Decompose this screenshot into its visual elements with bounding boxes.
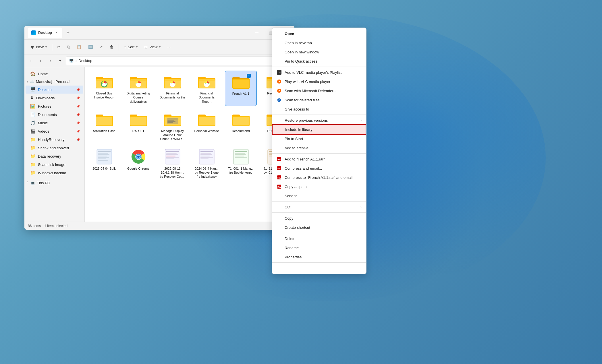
cm-properties[interactable] — [272, 264, 366, 273]
documents-icon: 📄 — [30, 112, 36, 117]
explorer-window: Desktop ✕ + — ⬜ ✕ ⊕ New ▾ ✂ ⎘ 📋 — [24, 26, 294, 230]
file-name-doc1: 2025-04-04 Bulk — [92, 166, 116, 171]
new-button[interactable]: ⊕ New ▾ — [28, 42, 50, 52]
sidebar-item-music[interactable]: 🎵 Music 📌 — [26, 119, 83, 127]
file-item-chrome[interactable]: Google Chrome — [122, 146, 154, 181]
new-tab-button[interactable]: + — [63, 28, 73, 37]
file-item-personal-website[interactable]: Personal Website — [191, 108, 223, 144]
file-item-manage-display[interactable]: Manage Display around Linux Ubuntu SWIM … — [157, 108, 188, 144]
svg-rect-56 — [167, 122, 173, 123]
cm-cut[interactable]: Copy — [272, 214, 366, 223]
sidebar-label-desktop: Desktop — [38, 88, 52, 92]
file-area: Closed Bus Invoice Report — [85, 67, 294, 222]
pin-icon-desktop: 📌 — [76, 88, 80, 91]
file-item-financial2[interactable]: Financial Documents Report — [191, 71, 223, 106]
pictures-icon: 🖼️ — [30, 104, 36, 109]
cut-button[interactable]: ✂ — [55, 42, 63, 52]
file-item-doc4[interactable]: T1_001_1 Manu... fre Bookierkerpy — [225, 146, 257, 181]
cm-copy-icon — [277, 225, 282, 230]
sidebar-item-manuviraj[interactable]: › ☁️ Manuviraj - Personal — [24, 78, 84, 85]
path-text: Desktop — [78, 59, 92, 63]
cm-pin-quick[interactable]: Pin to Quick access — [272, 57, 366, 66]
svg-rect-74 — [98, 156, 107, 156]
file-item-french[interactable]: ✓ French A1.1 — [225, 71, 257, 106]
file-item-doc2[interactable]: 2022-08-13 10.4.1.38 Hom... by Recover C… — [157, 146, 188, 181]
up-button[interactable]: ↑ — [46, 57, 54, 65]
sidebar-item-thispc[interactable]: ˅ 💻 This PC — [24, 179, 84, 187]
cm-vlc-playlist[interactable]: Play with VLC media player — [272, 77, 366, 86]
sort-button[interactable]: ↕ Sort ▾ — [121, 42, 140, 52]
file-item-closed-bus[interactable]: Closed Bus Invoice Report — [88, 71, 120, 106]
sidebar-item-desktop[interactable]: 🖥️ Desktop 📌 — [26, 86, 83, 94]
svg-rect-100 — [200, 154, 212, 155]
file-item-doc1[interactable]: 2025-04-04 Bulk — [88, 146, 120, 181]
recent-button[interactable]: ▾ — [56, 57, 64, 65]
cm-delete[interactable]: Rename — [272, 243, 366, 252]
share-button[interactable]: ↗ — [97, 42, 106, 52]
cm-copy-path[interactable]: Send to — [272, 191, 366, 200]
sidebar-label-music: Music — [38, 121, 48, 125]
sidebar-item-scandisk[interactable]: 📁 Scan disk image — [26, 160, 83, 169]
cm-compress-email[interactable]: RAR Compress to "French A1.1.rar" and em… — [272, 173, 366, 182]
sidebar-item-shrink[interactable]: 📁 Shrink and convert — [26, 144, 83, 152]
sidebar-item-handyrecovery[interactable]: 📁 HandyRecovery 📌 — [26, 135, 83, 144]
datarecovery-icon: 📁 — [30, 154, 36, 159]
cm-send-to[interactable]: Cut › — [272, 202, 366, 212]
pin-icon-pictures: 📌 — [76, 105, 80, 108]
file-item-financial[interactable]: Financial Documents for the — [157, 71, 188, 106]
cm-scan-deleted[interactable]: Give access to — [272, 104, 366, 114]
folder-icon-arbitration — [94, 111, 115, 128]
back-button[interactable]: ‹ — [27, 57, 35, 65]
delete-button[interactable]: 🗑 — [107, 42, 116, 52]
cm-open[interactable]: Open — [272, 29, 366, 38]
cm-rename-icon — [277, 254, 282, 260]
sidebar-item-datarecovery[interactable]: 📁 Data recovery — [26, 152, 83, 160]
sidebar-item-pictures[interactable]: 🖼️ Pictures 📌 — [26, 102, 83, 110]
minimize-button[interactable]: — — [250, 28, 263, 37]
view-button[interactable]: ⊞ View ▾ — [142, 42, 163, 52]
file-item-digital[interactable]: Digital marketing Course deliverables — [122, 71, 154, 106]
file-item-recommend[interactable]: Recommend — [225, 108, 257, 144]
address-path[interactable]: 🖥️ › Desktop — [66, 57, 282, 65]
svg-rect-60 — [199, 117, 215, 125]
svg-rect-103 — [200, 158, 209, 159]
more-button[interactable]: ··· — [165, 42, 173, 52]
cm-create-shortcut[interactable]: Delete — [272, 234, 366, 243]
sidebar-label-scandisk: Scan disk image — [38, 162, 65, 167]
cm-add-archive[interactable]: RAR Add to "French A1.1.rar" — [272, 154, 366, 164]
file-item-doc3[interactable]: 2024-08-4 Han... by Recover1.one fre Ind… — [191, 146, 223, 181]
new-dropdown-icon: ▾ — [45, 45, 47, 49]
copy-button[interactable]: ⎘ — [65, 42, 73, 52]
cm-pin-start[interactable]: Add to archive... — [272, 143, 366, 152]
rename-button[interactable]: 🔤 — [85, 42, 96, 52]
pin-icon-downloads: 📌 — [76, 96, 80, 100]
sidebar-item-windowsbackup[interactable]: 📁 Windows backuo — [26, 169, 83, 177]
forward-button[interactable]: › — [36, 57, 45, 65]
file-item-arbitration[interactable]: Arbitration Case — [88, 108, 120, 144]
cm-give-access[interactable]: Restore previous versions › — [272, 116, 366, 125]
svg-rect-64 — [233, 117, 249, 125]
tab-close-button[interactable]: ✕ — [54, 30, 59, 35]
cm-scan-defender[interactable]: Scan for deleted files — [272, 95, 366, 104]
explorer-tab[interactable]: Desktop ✕ — [28, 28, 62, 38]
sidebar-item-downloads[interactable]: ⬇ Downloads 📌 — [26, 94, 83, 102]
cm-copy[interactable]: Create shortcut — [272, 223, 366, 232]
cm-restore-prev[interactable]: Include in library — [272, 124, 366, 135]
cm-open-new-window[interactable]: Open in new window — [272, 47, 366, 57]
cm-add-rar[interactable]: RAR Compress and email... — [272, 164, 366, 173]
tab-title: Desktop — [38, 30, 52, 35]
paste-button[interactable]: 📋 — [74, 42, 84, 52]
sidebar-label-manuviraj: Manuviraj - Personal — [36, 80, 70, 84]
sidebar-item-videos[interactable]: 🎬 Videos 📌 — [26, 127, 83, 135]
cm-open-new-tab[interactable]: Open in new tab — [272, 38, 366, 47]
sidebar-item-documents[interactable]: 📄 Documents 📌 — [26, 111, 83, 119]
cm-include-library[interactable]: Pin to Start › — [272, 134, 366, 143]
cm-rename[interactable]: Properties — [272, 252, 366, 262]
cm-open-terminal[interactable]: _> Add to VLC media player's Playlist — [272, 68, 366, 77]
cm-give-access-arrow: › — [360, 119, 362, 122]
cm-compress-rar-email[interactable]: RAR Copy as path — [272, 182, 366, 191]
sidebar-item-home[interactable]: 🏠 Home — [26, 70, 83, 78]
cloud-icon: ☁️ — [30, 80, 34, 84]
file-item-rar[interactable]: RAR 1.1 — [122, 108, 154, 144]
cm-vlc-play[interactable]: Scan with Microsoft Defender... — [272, 86, 366, 95]
